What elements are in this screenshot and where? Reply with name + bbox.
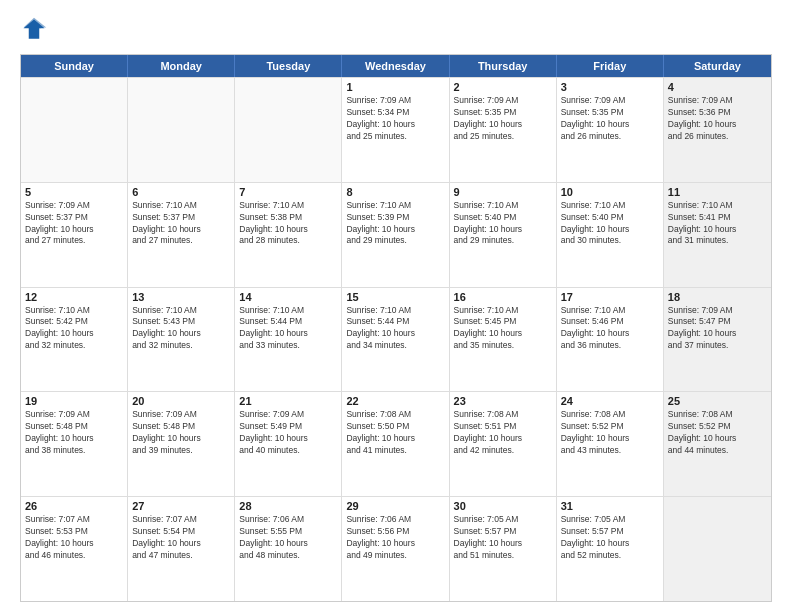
day-number: 2 [454, 81, 552, 93]
calendar-day-31: 31Sunrise: 7:05 AM Sunset: 5:57 PM Dayli… [557, 497, 664, 601]
day-number: 30 [454, 500, 552, 512]
day-info: Sunrise: 7:09 AM Sunset: 5:48 PM Dayligh… [25, 409, 123, 457]
day-info: Sunrise: 7:10 AM Sunset: 5:44 PM Dayligh… [346, 305, 444, 353]
day-info: Sunrise: 7:06 AM Sunset: 5:56 PM Dayligh… [346, 514, 444, 562]
day-number: 24 [561, 395, 659, 407]
day-info: Sunrise: 7:10 AM Sunset: 5:45 PM Dayligh… [454, 305, 552, 353]
day-number: 5 [25, 186, 123, 198]
day-number: 12 [25, 291, 123, 303]
calendar-day-7: 7Sunrise: 7:10 AM Sunset: 5:38 PM Daylig… [235, 183, 342, 287]
day-number: 1 [346, 81, 444, 93]
day-info: Sunrise: 7:10 AM Sunset: 5:42 PM Dayligh… [25, 305, 123, 353]
day-number: 13 [132, 291, 230, 303]
calendar-day-2: 2Sunrise: 7:09 AM Sunset: 5:35 PM Daylig… [450, 78, 557, 182]
day-info: Sunrise: 7:10 AM Sunset: 5:37 PM Dayligh… [132, 200, 230, 248]
calendar-day-13: 13Sunrise: 7:10 AM Sunset: 5:43 PM Dayli… [128, 288, 235, 392]
calendar-day-1: 1Sunrise: 7:09 AM Sunset: 5:34 PM Daylig… [342, 78, 449, 182]
day-info: Sunrise: 7:06 AM Sunset: 5:55 PM Dayligh… [239, 514, 337, 562]
calendar-day-28: 28Sunrise: 7:06 AM Sunset: 5:55 PM Dayli… [235, 497, 342, 601]
day-number: 7 [239, 186, 337, 198]
day-number: 23 [454, 395, 552, 407]
day-number: 10 [561, 186, 659, 198]
header [20, 16, 772, 44]
calendar-week-3: 12Sunrise: 7:10 AM Sunset: 5:42 PM Dayli… [21, 287, 771, 392]
calendar-day-empty [664, 497, 771, 601]
day-info: Sunrise: 7:09 AM Sunset: 5:48 PM Dayligh… [132, 409, 230, 457]
day-info: Sunrise: 7:10 AM Sunset: 5:40 PM Dayligh… [454, 200, 552, 248]
calendar-day-23: 23Sunrise: 7:08 AM Sunset: 5:51 PM Dayli… [450, 392, 557, 496]
day-number: 27 [132, 500, 230, 512]
day-info: Sunrise: 7:07 AM Sunset: 5:53 PM Dayligh… [25, 514, 123, 562]
day-number: 17 [561, 291, 659, 303]
day-info: Sunrise: 7:10 AM Sunset: 5:38 PM Dayligh… [239, 200, 337, 248]
header-day-monday: Monday [128, 55, 235, 77]
day-number: 26 [25, 500, 123, 512]
day-number: 29 [346, 500, 444, 512]
calendar-day-25: 25Sunrise: 7:08 AM Sunset: 5:52 PM Dayli… [664, 392, 771, 496]
calendar-header: SundayMondayTuesdayWednesdayThursdayFrid… [21, 55, 771, 77]
calendar: SundayMondayTuesdayWednesdayThursdayFrid… [20, 54, 772, 602]
day-info: Sunrise: 7:09 AM Sunset: 5:49 PM Dayligh… [239, 409, 337, 457]
calendar-day-5: 5Sunrise: 7:09 AM Sunset: 5:37 PM Daylig… [21, 183, 128, 287]
calendar-day-4: 4Sunrise: 7:09 AM Sunset: 5:36 PM Daylig… [664, 78, 771, 182]
calendar-day-6: 6Sunrise: 7:10 AM Sunset: 5:37 PM Daylig… [128, 183, 235, 287]
day-info: Sunrise: 7:10 AM Sunset: 5:43 PM Dayligh… [132, 305, 230, 353]
calendar-day-18: 18Sunrise: 7:09 AM Sunset: 5:47 PM Dayli… [664, 288, 771, 392]
day-info: Sunrise: 7:10 AM Sunset: 5:46 PM Dayligh… [561, 305, 659, 353]
calendar-day-3: 3Sunrise: 7:09 AM Sunset: 5:35 PM Daylig… [557, 78, 664, 182]
logo [20, 16, 52, 44]
day-number: 6 [132, 186, 230, 198]
calendar-day-8: 8Sunrise: 7:10 AM Sunset: 5:39 PM Daylig… [342, 183, 449, 287]
day-info: Sunrise: 7:09 AM Sunset: 5:35 PM Dayligh… [454, 95, 552, 143]
day-number: 21 [239, 395, 337, 407]
calendar-day-16: 16Sunrise: 7:10 AM Sunset: 5:45 PM Dayli… [450, 288, 557, 392]
day-number: 31 [561, 500, 659, 512]
calendar-day-9: 9Sunrise: 7:10 AM Sunset: 5:40 PM Daylig… [450, 183, 557, 287]
calendar-week-2: 5Sunrise: 7:09 AM Sunset: 5:37 PM Daylig… [21, 182, 771, 287]
day-number: 15 [346, 291, 444, 303]
calendar-day-19: 19Sunrise: 7:09 AM Sunset: 5:48 PM Dayli… [21, 392, 128, 496]
calendar-day-29: 29Sunrise: 7:06 AM Sunset: 5:56 PM Dayli… [342, 497, 449, 601]
day-info: Sunrise: 7:10 AM Sunset: 5:41 PM Dayligh… [668, 200, 767, 248]
day-number: 20 [132, 395, 230, 407]
day-info: Sunrise: 7:09 AM Sunset: 5:37 PM Dayligh… [25, 200, 123, 248]
day-info: Sunrise: 7:05 AM Sunset: 5:57 PM Dayligh… [454, 514, 552, 562]
page: SundayMondayTuesdayWednesdayThursdayFrid… [0, 0, 792, 612]
calendar-body: 1Sunrise: 7:09 AM Sunset: 5:34 PM Daylig… [21, 77, 771, 601]
logo-icon [20, 16, 48, 44]
day-number: 19 [25, 395, 123, 407]
day-info: Sunrise: 7:09 AM Sunset: 5:47 PM Dayligh… [668, 305, 767, 353]
calendar-day-27: 27Sunrise: 7:07 AM Sunset: 5:54 PM Dayli… [128, 497, 235, 601]
day-number: 9 [454, 186, 552, 198]
calendar-week-1: 1Sunrise: 7:09 AM Sunset: 5:34 PM Daylig… [21, 77, 771, 182]
day-number: 4 [668, 81, 767, 93]
svg-marker-1 [24, 18, 47, 29]
day-info: Sunrise: 7:05 AM Sunset: 5:57 PM Dayligh… [561, 514, 659, 562]
day-info: Sunrise: 7:08 AM Sunset: 5:51 PM Dayligh… [454, 409, 552, 457]
day-number: 8 [346, 186, 444, 198]
calendar-day-empty [21, 78, 128, 182]
calendar-day-26: 26Sunrise: 7:07 AM Sunset: 5:53 PM Dayli… [21, 497, 128, 601]
day-info: Sunrise: 7:10 AM Sunset: 5:40 PM Dayligh… [561, 200, 659, 248]
calendar-day-empty [235, 78, 342, 182]
calendar-day-14: 14Sunrise: 7:10 AM Sunset: 5:44 PM Dayli… [235, 288, 342, 392]
header-day-wednesday: Wednesday [342, 55, 449, 77]
day-info: Sunrise: 7:08 AM Sunset: 5:52 PM Dayligh… [668, 409, 767, 457]
day-info: Sunrise: 7:09 AM Sunset: 5:36 PM Dayligh… [668, 95, 767, 143]
calendar-day-20: 20Sunrise: 7:09 AM Sunset: 5:48 PM Dayli… [128, 392, 235, 496]
day-info: Sunrise: 7:09 AM Sunset: 5:34 PM Dayligh… [346, 95, 444, 143]
calendar-day-12: 12Sunrise: 7:10 AM Sunset: 5:42 PM Dayli… [21, 288, 128, 392]
calendar-day-21: 21Sunrise: 7:09 AM Sunset: 5:49 PM Dayli… [235, 392, 342, 496]
day-number: 14 [239, 291, 337, 303]
header-day-friday: Friday [557, 55, 664, 77]
day-info: Sunrise: 7:07 AM Sunset: 5:54 PM Dayligh… [132, 514, 230, 562]
calendar-day-22: 22Sunrise: 7:08 AM Sunset: 5:50 PM Dayli… [342, 392, 449, 496]
day-number: 22 [346, 395, 444, 407]
calendar-week-4: 19Sunrise: 7:09 AM Sunset: 5:48 PM Dayli… [21, 391, 771, 496]
calendar-day-30: 30Sunrise: 7:05 AM Sunset: 5:57 PM Dayli… [450, 497, 557, 601]
calendar-day-10: 10Sunrise: 7:10 AM Sunset: 5:40 PM Dayli… [557, 183, 664, 287]
calendar-day-empty [128, 78, 235, 182]
calendar-day-17: 17Sunrise: 7:10 AM Sunset: 5:46 PM Dayli… [557, 288, 664, 392]
day-info: Sunrise: 7:10 AM Sunset: 5:44 PM Dayligh… [239, 305, 337, 353]
day-number: 28 [239, 500, 337, 512]
